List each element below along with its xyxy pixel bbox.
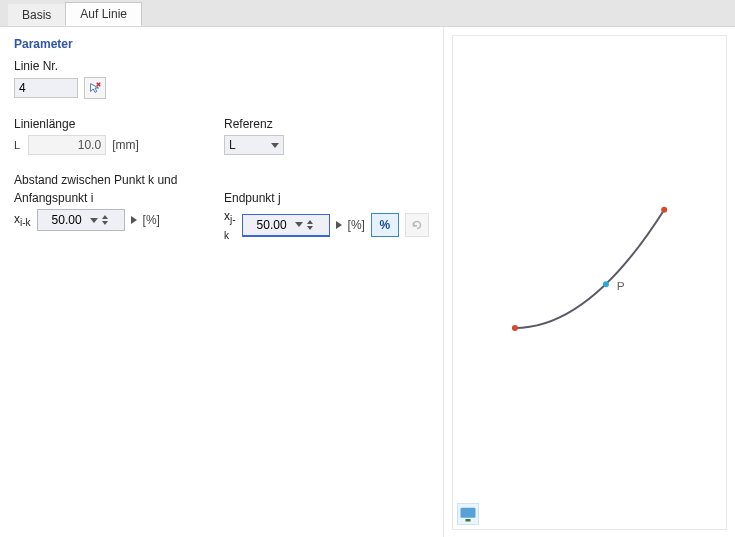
reset-button[interactable] xyxy=(405,213,429,237)
percent-toggle[interactable]: % xyxy=(371,213,399,237)
parameter-panel: Parameter Linie Nr. Linienlänge L xyxy=(0,27,443,537)
length-value xyxy=(28,135,106,155)
length-symbol: L xyxy=(14,139,22,151)
length-unit: [mm] xyxy=(112,138,139,152)
xi-k-input[interactable] xyxy=(38,212,84,228)
sym-i: xi-k xyxy=(14,212,31,228)
tab-basis-label: Basis xyxy=(22,8,51,22)
point-label: P xyxy=(617,279,625,293)
col-i-label: Anfangspunkt i xyxy=(14,191,184,205)
tab-auf-linie-label: Auf Linie xyxy=(80,7,127,21)
xi-k-unit: [%] xyxy=(143,213,160,227)
xj-k-unit: [%] xyxy=(348,218,365,232)
apply-icon[interactable] xyxy=(336,221,342,229)
monitor-icon xyxy=(458,504,478,524)
xj-k-input[interactable] xyxy=(243,217,289,233)
svg-rect-5 xyxy=(460,508,475,518)
xj-k-stepper[interactable] xyxy=(242,214,342,237)
chevron-down-icon xyxy=(295,222,303,227)
xi-k-stepper[interactable] xyxy=(37,209,137,231)
tab-auf-linie[interactable]: Auf Linie xyxy=(65,2,142,26)
length-label: Linienlänge xyxy=(14,117,184,131)
svg-rect-6 xyxy=(465,519,470,522)
svg-point-3 xyxy=(661,207,667,213)
curve-preview: P xyxy=(453,36,726,529)
reference-value: L xyxy=(229,138,236,152)
chevron-down-icon xyxy=(271,143,279,148)
sym-j: xj-k xyxy=(224,209,236,242)
panel-title: Parameter xyxy=(14,37,429,51)
pick-line-button[interactable] xyxy=(84,77,106,99)
view-options-button[interactable] xyxy=(457,503,479,525)
step-down-icon[interactable] xyxy=(307,226,313,230)
linie-nr-label: Linie Nr. xyxy=(14,59,429,73)
pick-cursor-icon xyxy=(88,81,102,95)
svg-point-2 xyxy=(512,325,518,331)
reference-label: Referenz xyxy=(224,117,394,131)
distance-header: Abstand zwischen Punkt k und xyxy=(14,173,429,187)
linie-nr-input[interactable] xyxy=(14,78,78,98)
svg-point-4 xyxy=(603,281,609,287)
reference-select[interactable]: L xyxy=(224,135,284,155)
chevron-down-icon xyxy=(90,218,98,223)
step-down-icon[interactable] xyxy=(102,221,108,225)
col-j-label: Endpunkt j xyxy=(224,191,429,205)
step-up-icon[interactable] xyxy=(102,215,108,219)
undo-icon xyxy=(410,218,424,232)
apply-icon[interactable] xyxy=(131,216,137,224)
step-up-icon[interactable] xyxy=(307,220,313,224)
tab-basis[interactable]: Basis xyxy=(8,4,65,26)
tab-bar: Basis Auf Linie xyxy=(0,0,735,27)
preview-area: P xyxy=(452,35,727,530)
